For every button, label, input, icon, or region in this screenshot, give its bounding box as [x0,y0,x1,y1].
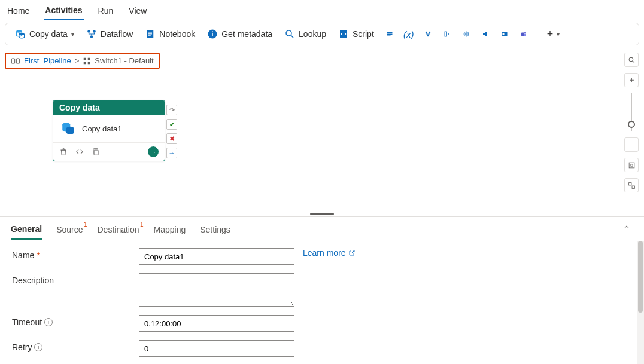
lookup-label: Lookup [299,29,326,39]
svg-rect-38 [630,164,632,166]
get-metadata-label: Get metadata [221,29,272,39]
props-scrollbar[interactable] [637,241,644,364]
description-label-text: Description [12,276,54,285]
svg-rect-24 [521,33,524,36]
activity-ports: ↷ ✔ ✖ → [166,105,177,158]
toolbar-teams[interactable] [515,26,532,42]
zoom-in-button[interactable]: ＋ [624,73,639,87]
chevron-down-icon: ▾ [71,31,74,38]
toolbar-outlook[interactable] [496,26,513,42]
svg-point-36 [629,57,633,62]
collapse-panel-button[interactable] [622,223,631,231]
svg-rect-15 [387,34,392,35]
layout-button[interactable] [624,178,639,192]
info-icon[interactable]: i [44,318,53,326]
svg-rect-10 [212,33,213,36]
retry-label-text: Retry [12,342,32,352]
toolbar-extra-1[interactable] [381,26,398,42]
tab-mapping[interactable]: Mapping [154,222,186,239]
search-icon [628,56,636,64]
port-completion[interactable]: → [166,148,177,158]
dataflow-button[interactable]: Dataflow [81,26,138,42]
canvas[interactable]: Copy data Copy data1 → ↷ ✔ [0,69,644,219]
switch-icon [83,57,91,65]
top-nav: Home Activities Run View [0,0,644,22]
canvas-rail: ＋ − [622,53,640,192]
toolbar-megaphone[interactable] [477,26,494,42]
activity-header: Copy data [53,100,165,115]
port-fail[interactable]: ✖ [166,133,177,144]
toolbar-globe[interactable] [458,26,475,42]
copy-icon[interactable] [92,148,100,156]
svg-rect-27 [11,59,14,63]
toolbar-separator [537,27,537,41]
name-input[interactable] [139,248,294,265]
search-icon [284,29,295,39]
info-icon [207,29,218,39]
fit-button[interactable] [624,158,639,172]
globe-icon [463,29,470,39]
lookup-button[interactable]: Lookup [280,26,331,42]
notebook-label: Notebook [159,29,195,39]
script-icon [338,29,349,39]
general-form: Name * Learn more Description Timeout i [0,240,644,363]
copy-data-icon [15,29,26,39]
learn-more-link[interactable]: Learn more [303,248,356,258]
notebook-button[interactable]: Notebook [140,26,200,42]
search-canvas-button[interactable] [624,53,639,67]
toolbar-extra-2[interactable] [420,26,436,42]
svg-rect-14 [387,32,392,33]
add-activity-button[interactable]: + ▾ [542,26,565,43]
svg-point-17 [426,32,427,33]
svg-rect-29 [84,57,86,60]
tab-badge: 1 [140,221,144,228]
timeout-label-text: Timeout [12,317,42,327]
breadcrumb-separator: > [75,56,80,65]
required-star: * [37,250,40,260]
svg-point-2 [87,30,90,33]
info-icon[interactable]: i [34,343,42,351]
topnav-item-view[interactable]: View [127,2,148,19]
activity-footer: → [53,142,165,161]
toolbar-variable[interactable]: (x) [400,27,417,42]
activity-title: Copy data1 [82,124,122,133]
zoom-out-button[interactable]: − [624,137,639,152]
tab-general[interactable]: General [11,222,42,240]
zoom-slider[interactable] [631,93,632,131]
zoom-thumb[interactable] [628,121,635,128]
script-button[interactable]: Script [333,26,379,42]
delete-icon[interactable] [59,148,68,156]
outlook-icon [501,29,508,39]
tab-settings[interactable]: Settings [200,222,230,239]
properties-panel: General Source1 Destination1 Mapping Set… [0,216,644,364]
topnav-item-run[interactable]: Run [97,2,115,19]
pipeline-icon [11,57,20,65]
scroll-thumb[interactable] [638,241,643,313]
svg-point-1 [19,33,25,36]
port-skip[interactable]: ↷ [166,105,177,115]
breadcrumb: First_Pipeline > Switch1 - Default [5,53,160,69]
description-input[interactable] [139,273,294,307]
run-icon[interactable]: → [148,146,159,157]
tab-destination[interactable]: Destination1 [98,222,139,239]
get-metadata-button[interactable]: Get metadata [202,26,277,42]
description-label: Description [12,273,139,285]
panel-resize-handle[interactable] [310,213,334,215]
toolbar-extra-3[interactable] [439,26,455,42]
copy-data-button[interactable]: Copy data ▾ [10,26,79,42]
branch-icon [424,29,432,39]
name-label-text: Name [12,250,34,260]
svg-point-3 [93,30,96,33]
port-success[interactable]: ✔ [166,119,177,130]
timeout-input[interactable] [139,315,294,332]
code-icon[interactable] [75,148,84,156]
topnav-item-home[interactable]: Home [6,2,31,19]
svg-rect-23 [502,33,504,35]
dataflow-icon [86,29,97,39]
tab-source[interactable]: Source1 [56,222,83,239]
topnav-item-activities[interactable]: Activities [44,2,83,20]
retry-input[interactable] [139,340,294,357]
activity-node-copy-data[interactable]: Copy data Copy data1 → [53,100,165,161]
breadcrumb-root[interactable]: First_Pipeline [24,56,71,65]
svg-rect-30 [88,57,90,60]
